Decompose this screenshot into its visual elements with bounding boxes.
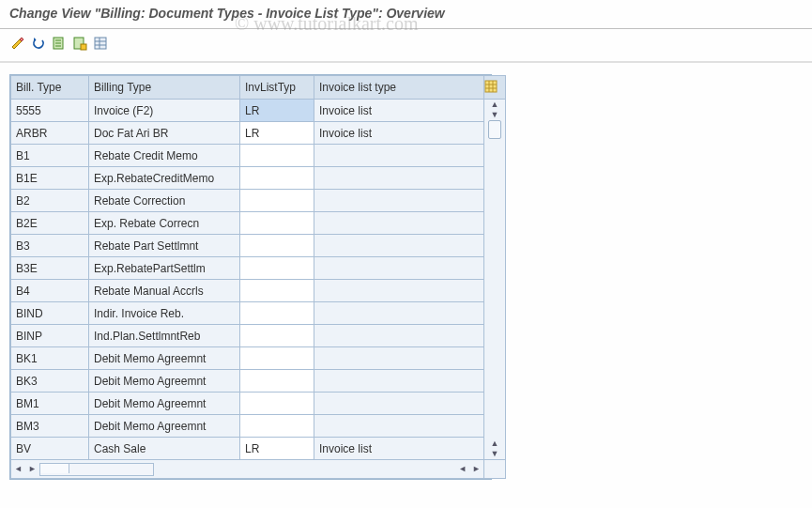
- cell-invoice-list-type[interactable]: Invoice list: [314, 438, 484, 460]
- cell-bill-type[interactable]: ARBR: [11, 122, 89, 145]
- cell-invoice-list-type[interactable]: Invoice list: [314, 122, 484, 145]
- cell-billing-type[interactable]: Indir. Invoice Reb.: [89, 302, 240, 325]
- cell-billing-type[interactable]: Rebate Correction: [89, 190, 240, 212]
- cell-inv-list-typ[interactable]: LR: [240, 100, 314, 122]
- deselect-all-icon[interactable]: [71, 35, 88, 52]
- table-row[interactable]: B1EExp.RebateCreditMemo: [11, 167, 506, 190]
- cell-bill-type[interactable]: BV: [11, 438, 89, 460]
- cell-bill-type[interactable]: B2E: [11, 212, 89, 235]
- hscroll-track[interactable]: [39, 463, 154, 476]
- table-row[interactable]: ARBRDoc Fat Ari BRLRInvoice list: [11, 122, 506, 145]
- cell-invoice-list-type[interactable]: [314, 235, 484, 257]
- col-billing-type[interactable]: Billing Type: [89, 76, 240, 100]
- cell-billing-type[interactable]: Debit Memo Agreemnt: [89, 370, 240, 393]
- cell-inv-list-typ[interactable]: [240, 190, 314, 212]
- col-invoice-list-type[interactable]: Invoice list type: [314, 76, 484, 100]
- scroll-up-icon[interactable]: ▲: [491, 100, 499, 110]
- cell-inv-list-typ[interactable]: LR: [240, 122, 314, 145]
- cell-billing-type[interactable]: Doc Fat Ari BR: [89, 122, 240, 145]
- table-row[interactable]: BK1Debit Memo Agreemnt: [11, 347, 506, 370]
- cell-inv-list-typ[interactable]: [240, 302, 314, 325]
- cell-bill-type[interactable]: BINP: [11, 325, 89, 347]
- cell-invoice-list-type[interactable]: [314, 145, 484, 167]
- cell-bill-type[interactable]: 5555: [11, 100, 89, 122]
- cell-inv-list-typ[interactable]: [240, 370, 314, 393]
- cell-invoice-list-type[interactable]: [314, 393, 484, 415]
- scroll-down-icon[interactable]: ▼: [491, 449, 499, 459]
- table-settings-icon[interactable]: [92, 35, 109, 52]
- cell-inv-list-typ[interactable]: [240, 145, 314, 167]
- cell-inv-list-typ[interactable]: [240, 235, 314, 257]
- table-row[interactable]: BM3Debit Memo Agreemnt: [11, 415, 506, 438]
- scroll-thumb[interactable]: [488, 120, 501, 139]
- cell-billing-type[interactable]: Debit Memo Agreemnt: [89, 393, 240, 415]
- table-row[interactable]: BINDIndir. Invoice Reb.: [11, 302, 506, 325]
- cell-bill-type[interactable]: BK1: [11, 347, 89, 370]
- cell-invoice-list-type[interactable]: [314, 415, 484, 438]
- scroll-down2-icon[interactable]: ▲: [491, 439, 499, 449]
- table-row[interactable]: B3EExp.RebatePartSettlm: [11, 257, 506, 280]
- cell-bill-type[interactable]: B3: [11, 235, 89, 257]
- cell-billing-type[interactable]: Debit Memo Agreemnt: [89, 347, 240, 370]
- cell-billing-type[interactable]: Rebate Credit Memo: [89, 145, 240, 167]
- cell-invoice-list-type[interactable]: [314, 370, 484, 393]
- cell-inv-list-typ[interactable]: [240, 280, 314, 302]
- toggle-change-icon[interactable]: [9, 35, 26, 52]
- undo-icon[interactable]: [30, 35, 47, 52]
- col-bill-type[interactable]: Bill. Type: [11, 76, 89, 100]
- table-row[interactable]: BINPInd.Plan.SettlmntReb: [11, 325, 506, 347]
- hscroll-thumb[interactable]: [40, 464, 69, 473]
- cell-invoice-list-type[interactable]: [314, 212, 484, 235]
- cell-inv-list-typ[interactable]: [240, 415, 314, 438]
- cell-inv-list-typ[interactable]: [240, 325, 314, 347]
- vertical-scrollbar[interactable]: ▲▼▲▼: [484, 100, 506, 460]
- table-row[interactable]: 5555Invoice (F2)LRInvoice list▲▼▲▼: [11, 100, 506, 122]
- table-row[interactable]: B3Rebate Part Settlmnt: [11, 235, 506, 257]
- select-all-icon[interactable]: [51, 35, 68, 52]
- cell-inv-list-typ[interactable]: [240, 347, 314, 370]
- cell-inv-list-typ[interactable]: LR: [240, 438, 314, 460]
- cell-bill-type[interactable]: B1E: [11, 167, 89, 190]
- table-row[interactable]: B1Rebate Credit Memo: [11, 145, 506, 167]
- cell-billing-type[interactable]: Invoice (F2): [89, 100, 240, 122]
- cell-invoice-list-type[interactable]: Invoice list: [314, 100, 484, 122]
- cell-billing-type[interactable]: Cash Sale: [89, 438, 240, 460]
- table-row[interactable]: BK3Debit Memo Agreemnt: [11, 370, 506, 393]
- cell-bill-type[interactable]: B4: [11, 280, 89, 302]
- scroll-left-step-icon[interactable]: ◄: [455, 465, 469, 473]
- cell-billing-type[interactable]: Exp.RebatePartSettlm: [89, 257, 240, 280]
- cell-invoice-list-type[interactable]: [314, 347, 484, 370]
- cell-bill-type[interactable]: BM1: [11, 393, 89, 415]
- table-row[interactable]: B2Rebate Correction: [11, 190, 506, 212]
- cell-invoice-list-type[interactable]: [314, 280, 484, 302]
- cell-invoice-list-type[interactable]: [314, 190, 484, 212]
- cell-bill-type[interactable]: BM3: [11, 415, 89, 438]
- cell-invoice-list-type[interactable]: [314, 257, 484, 280]
- cell-inv-list-typ[interactable]: [240, 393, 314, 415]
- table-row[interactable]: BVCash SaleLRInvoice list: [11, 438, 506, 460]
- col-inv-list-typ[interactable]: InvListTyp: [240, 76, 314, 100]
- scroll-left-icon[interactable]: ◄: [11, 465, 25, 473]
- cell-bill-type[interactable]: B1: [11, 145, 89, 167]
- cell-bill-type[interactable]: BK3: [11, 370, 89, 393]
- cell-inv-list-typ[interactable]: [240, 167, 314, 190]
- cell-bill-type[interactable]: B2: [11, 190, 89, 212]
- cell-bill-type[interactable]: B3E: [11, 257, 89, 280]
- cell-bill-type[interactable]: BIND: [11, 302, 89, 325]
- cell-invoice-list-type[interactable]: [314, 167, 484, 190]
- table-row[interactable]: B2EExp. Rebate Correcn: [11, 212, 506, 235]
- cell-invoice-list-type[interactable]: [314, 302, 484, 325]
- scroll-up2-icon[interactable]: ▼: [491, 110, 499, 120]
- horizontal-scrollbar[interactable]: ◄►◄►: [11, 462, 483, 477]
- cell-billing-type[interactable]: Debit Memo Agreemnt: [89, 415, 240, 438]
- cell-billing-type[interactable]: Rebate Part Settlmnt: [89, 235, 240, 257]
- scroll-right-icon[interactable]: ►: [469, 465, 483, 473]
- cell-inv-list-typ[interactable]: [240, 257, 314, 280]
- table-row[interactable]: BM1Debit Memo Agreemnt: [11, 393, 506, 415]
- table-row[interactable]: B4Rebate Manual Accrls: [11, 280, 506, 302]
- cell-inv-list-typ[interactable]: [240, 212, 314, 235]
- cell-billing-type[interactable]: Rebate Manual Accrls: [89, 280, 240, 302]
- scroll-right-step-icon[interactable]: ►: [25, 465, 39, 473]
- cell-billing-type[interactable]: Exp. Rebate Correcn: [89, 212, 240, 235]
- cell-billing-type[interactable]: Ind.Plan.SettlmntReb: [89, 325, 240, 347]
